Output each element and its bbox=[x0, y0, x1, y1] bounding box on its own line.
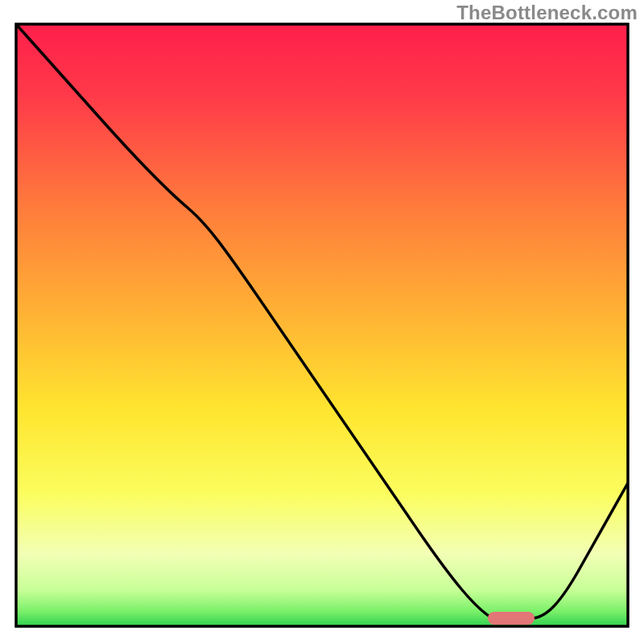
watermark-label: TheBottleneck.com bbox=[456, 2, 638, 24]
plot-area bbox=[16, 24, 628, 626]
bottleneck-plot bbox=[0, 0, 644, 644]
chart-container: TheBottleneck.com bbox=[0, 0, 644, 644]
sweet-spot-marker bbox=[488, 612, 535, 625]
